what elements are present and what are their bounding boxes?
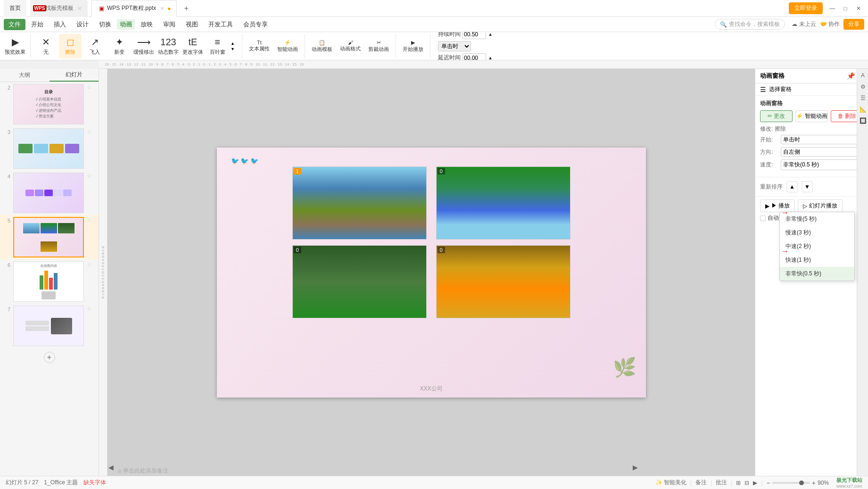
slides-tab[interactable]: 幻灯片	[50, 69, 99, 82]
smart-optimize[interactable]: ✨ 智能美化	[655, 479, 686, 487]
slow-move-button[interactable]: ⟶ 缓慢移出	[132, 34, 155, 58]
notes-btn[interactable]: 备注	[695, 479, 707, 487]
add-slide-button[interactable]: +	[44, 352, 55, 363]
star-4[interactable]: ☆	[87, 173, 92, 179]
none-button[interactable]: ✕ 无	[34, 34, 57, 58]
menu-start[interactable]: 开始	[26, 18, 48, 31]
anim-template-button[interactable]: 📋 动画模板	[309, 34, 335, 58]
comment-btn[interactable]: 批注	[716, 479, 727, 487]
image-1[interactable]: 1	[292, 166, 427, 240]
add-tab-button[interactable]: +	[181, 3, 192, 14]
image-3[interactable]: 0	[292, 245, 427, 318]
preview-effect-button[interactable]: ▶ 预览效果	[4, 34, 26, 58]
erase-button[interactable]: ◻ 擦除	[59, 34, 82, 58]
minimize-button[interactable]: —	[827, 3, 838, 14]
icon-btn-1[interactable]: A	[858, 71, 868, 80]
anim-format-button[interactable]: 🖌 动画格式	[337, 34, 364, 58]
cloud-label[interactable]: ☁ 未上云	[792, 20, 816, 28]
speed-very-fast[interactable]: 非常快(0.5 秒)	[780, 267, 854, 281]
star-7[interactable]: ☆	[87, 306, 92, 312]
zoom-slider[interactable]	[772, 482, 810, 484]
direction-select[interactable]: 自左侧	[781, 147, 863, 157]
menu-design[interactable]: 设计	[72, 18, 93, 31]
star-3[interactable]: ☆	[87, 128, 92, 135]
add-notes-area[interactable]: ≡ 单击此处添加备注	[118, 467, 168, 475]
delay-up-icon[interactable]: ▲	[488, 55, 493, 60]
close-button[interactable]: ✕	[853, 3, 864, 14]
collab-label[interactable]: 🤝 协作	[820, 20, 840, 28]
star-2[interactable]: ☆	[87, 84, 92, 91]
template-tab[interactable]: WPS 找板壳模板 ✕	[30, 0, 88, 17]
slide-thumb-6[interactable]: 6 柱状图内容 ☆	[0, 259, 99, 304]
play-button[interactable]: ▶ ▶ 播放	[760, 199, 795, 212]
menu-slideshow[interactable]: 放映	[136, 18, 157, 31]
hundred-leaf-button[interactable]: ≡ 百叶窗	[206, 34, 229, 58]
star-5[interactable]: ☆	[87, 217, 92, 224]
image-2[interactable]: 0	[436, 166, 570, 240]
menu-devtools[interactable]: 开发工具	[204, 18, 238, 31]
slide-thumb-2[interactable]: 2 目录 √ 介绍基本信息√ 介绍公司文化√ 进销业内产品√ 营业方案 ☆	[0, 82, 99, 126]
star-6[interactable]: ☆	[87, 261, 92, 268]
icon-btn-2[interactable]: ⚙	[858, 82, 868, 91]
menu-animation[interactable]: 动画	[117, 19, 135, 30]
start-select[interactable]: 单击时	[781, 135, 863, 144]
slide-thumb-5[interactable]: 5 ☆	[0, 215, 99, 259]
slide-thumb-7[interactable]: 7 ☆	[0, 304, 99, 348]
auto-preview-checkbox[interactable]	[760, 215, 766, 221]
speed-medium[interactable]: 中速(2 秒)	[780, 240, 854, 253]
reorder-up-button[interactable]: ▲	[786, 181, 798, 192]
smart-anim-panel-button[interactable]: ⚡ 智能动画	[795, 110, 828, 122]
home-tab[interactable]: 首页	[4, 0, 26, 17]
text-anim-button[interactable]: Tt 文本属性	[246, 34, 273, 58]
image-4[interactable]: 0	[436, 245, 570, 318]
pptx-tab[interactable]: ▣ WPS PPT教程.pptx ✕ ●	[91, 0, 177, 17]
menu-review[interactable]: 审阅	[158, 18, 180, 31]
click-time-select[interactable]: 单击时	[438, 41, 471, 51]
pptx-tab-close[interactable]: ✕	[160, 5, 165, 12]
new-change-button[interactable]: ✦ 新变	[108, 34, 131, 58]
play-start-button[interactable]: ▶ 开始播放	[400, 34, 426, 58]
scroll-right-button[interactable]: ▶	[633, 464, 638, 471]
menu-insert[interactable]: 插入	[49, 18, 71, 31]
pin-icon[interactable]: 📌	[847, 72, 855, 80]
outline-view-icon[interactable]: ⊟	[744, 480, 749, 486]
icon-btn-5[interactable]: 🔲	[858, 116, 868, 125]
scroll-left-button[interactable]: ◀	[108, 464, 114, 471]
slide-thumb-4[interactable]: 4 ☆	[0, 171, 99, 215]
menu-view[interactable]: 视图	[181, 18, 203, 31]
modify-button[interactable]: ✏ 更改	[760, 110, 793, 122]
login-button[interactable]: 立即登录	[789, 2, 823, 14]
zoom-in-button[interactable]: +	[812, 479, 816, 487]
duration-up-icon[interactable]: ▲	[488, 32, 493, 37]
speed-select-display[interactable]: 非常快(0.5 秒) ▼	[781, 159, 863, 170]
menu-file[interactable]: 文件	[4, 19, 25, 30]
duration-input[interactable]	[463, 32, 486, 39]
menu-vip[interactable]: 会员专享	[239, 18, 273, 31]
speed-very-slow[interactable]: 非常慢(5 秒)	[780, 212, 854, 226]
share-button[interactable]: 分享	[843, 19, 864, 30]
slide-show-icon[interactable]: ▶	[753, 480, 757, 486]
slide-thumb-3[interactable]: 3 ☆	[0, 126, 99, 171]
speed-slow[interactable]: 慢速(3 秒)	[780, 226, 854, 240]
menu-transition[interactable]: 切换	[94, 18, 116, 31]
normal-view-icon[interactable]: ⊞	[736, 480, 741, 486]
outline-tab[interactable]: 大纲	[0, 69, 50, 82]
template-tab-close[interactable]: ✕	[77, 5, 82, 12]
zoom-out-button[interactable]: −	[767, 479, 770, 487]
change-font-button[interactable]: tE 更改字体	[182, 34, 204, 58]
fly-in-button[interactable]: ↗ 飞入	[83, 34, 106, 58]
maximize-button[interactable]: □	[840, 3, 851, 14]
animation-more-button[interactable]: ▲ ▼	[231, 41, 238, 51]
icon-btn-3[interactable]: ☰	[858, 93, 868, 103]
smart-anim-button[interactable]: ⚡ 智能动画	[274, 34, 301, 58]
speed-fast[interactable]: 快速(1 秒)	[780, 253, 854, 267]
icon-btn-4[interactable]: 📐	[858, 105, 868, 114]
menubar: 文件 开始 插入 设计 切换 动画 放映 审阅 视图 开发工具 会员专享 🔍 查…	[0, 17, 868, 32]
reorder-down-button[interactable]: ▼	[802, 181, 813, 192]
select-pane-label[interactable]: 选择窗格	[769, 85, 792, 93]
dynamic-num-button[interactable]: 123 动态数字	[157, 34, 180, 58]
delay-input[interactable]	[463, 53, 486, 61]
cut-anim-button[interactable]: ✂ 剪裁动画	[365, 34, 392, 58]
slideshow-button[interactable]: ▷ 幻灯片播放	[798, 199, 843, 212]
menu-search[interactable]: 🔍 查找命令，搜索模板	[715, 19, 785, 30]
